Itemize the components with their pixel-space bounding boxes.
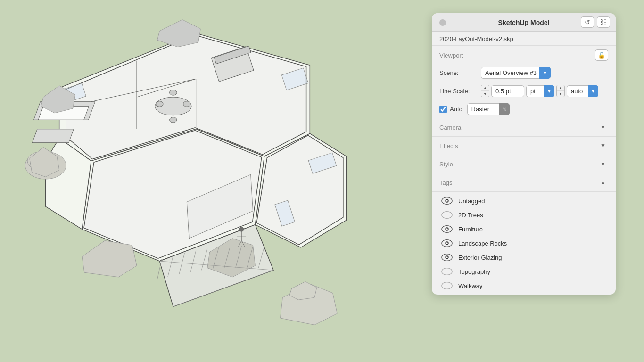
tag-name: Walkway [458, 282, 483, 289]
eye-closed-icon[interactable] [441, 267, 453, 276]
svg-point-75 [442, 282, 452, 289]
tags-chevron-button[interactable]: ▲ [598, 177, 608, 188]
effects-section-label: Effects [439, 142, 458, 149]
line-scale-up2-button[interactable]: ▲ [557, 85, 564, 91]
svg-point-73 [446, 256, 448, 258]
scene-select-wrapper: Aerial Overview #3 ▼ [481, 67, 551, 79]
viewport-row: Viewport 🔓 [432, 46, 616, 64]
tag-name: Topography [458, 268, 490, 275]
auto-select-wrapper: auto 1:1 1:100 ▼ [567, 85, 598, 97]
line-scale-row: Line Scale: ▲ ▼ pt px ▼ ▲ ▼ auto [432, 82, 616, 100]
line-scale-label: Line Scale: [439, 88, 477, 95]
line-scale-down2-button[interactable]: ▼ [557, 91, 564, 97]
svg-rect-21 [32, 129, 74, 143]
line-scale-down-button[interactable]: ▼ [481, 91, 489, 97]
tag-name: Landscape Rocks [458, 240, 507, 247]
svg-point-18 [183, 101, 190, 107]
lock-button[interactable]: 🔓 [595, 49, 608, 61]
refresh-button[interactable]: ↺ [581, 16, 594, 28]
tag-item[interactable]: Walkway [432, 279, 616, 293]
tag-item[interactable]: 2D Trees [432, 208, 616, 222]
tags-list: Untagged 2D Trees Furniture Landscape Ro… [432, 192, 616, 295]
camera-chevron-button[interactable]: ▼ [598, 122, 608, 132]
line-scale-stepper2: ▲ ▼ [556, 85, 565, 97]
auto-checkbox[interactable] [439, 106, 447, 113]
style-chevron-button[interactable]: ▼ [598, 159, 608, 169]
style-section-label: Style [439, 161, 453, 168]
tag-item[interactable]: Topography [432, 264, 616, 279]
eye-closed-icon[interactable] [441, 281, 453, 290]
eye-open-icon[interactable] [441, 197, 453, 205]
render-select-wrapper: Raster Vector Hybrid ⇅ [467, 103, 510, 115]
tag-name: Furniture [458, 226, 483, 233]
svg-point-16 [170, 117, 177, 123]
auto-select[interactable]: auto 1:1 1:100 [567, 85, 598, 97]
auto-checkbox-label: Auto [450, 106, 462, 113]
svg-marker-42 [289, 282, 317, 300]
line-scale-stepper: ▲ ▼ [481, 85, 489, 97]
file-row: 2020-LayOut-Model-v2.skp [432, 32, 616, 46]
tags-section-label: Tags [439, 179, 452, 186]
svg-point-64 [442, 212, 452, 219]
tag-item[interactable]: Furniture [432, 222, 616, 236]
viewport-label: Viewport [439, 52, 463, 59]
tag-item[interactable]: Landscape Rocks [432, 236, 616, 250]
camera-section-header[interactable]: Camera ▼ [432, 118, 616, 137]
svg-point-70 [446, 242, 448, 244]
tag-name: 2D Trees [458, 212, 483, 219]
line-scale-unit-select[interactable]: pt px [526, 85, 554, 97]
eye-closed-icon[interactable] [441, 211, 453, 219]
eye-open-icon[interactable] [441, 239, 453, 247]
eye-open-icon[interactable] [441, 253, 453, 262]
tag-name: Untagged [458, 197, 485, 205]
tag-name: Exterior Glazing [458, 254, 502, 261]
sketchup-model-panel: SketchUp Model ↺ ⛓ 2020-LayOut-Model-v2.… [432, 13, 616, 295]
eye-open-icon[interactable] [441, 225, 453, 233]
svg-point-15 [170, 90, 177, 96]
scene-select[interactable]: Aerial Overview #3 [481, 67, 551, 79]
line-scale-input[interactable] [491, 85, 524, 97]
style-section-header[interactable]: Style ▼ [432, 155, 616, 173]
scene-row: Scene: Aerial Overview #3 ▼ [432, 64, 616, 82]
architectural-drawing [0, 0, 410, 358]
tags-section-header[interactable]: Tags ▲ [432, 173, 616, 192]
svg-point-63 [446, 200, 448, 202]
auto-raster-row: Auto Raster Vector Hybrid ⇅ [432, 100, 616, 118]
line-scale-up-button[interactable]: ▲ [481, 85, 489, 91]
svg-point-67 [446, 228, 448, 230]
line-scale-unit-wrapper: pt px ▼ [526, 85, 554, 97]
svg-marker-43 [157, 20, 201, 47]
panel-header: SketchUp Model ↺ ⛓ [432, 13, 616, 32]
panel-actions: ↺ ⛓ [581, 16, 610, 28]
effects-chevron-button[interactable]: ▼ [598, 140, 608, 151]
file-name: 2020-LayOut-Model-v2.skp [439, 35, 513, 42]
scene-label: Scene: [439, 69, 477, 76]
camera-section-label: Camera [439, 124, 461, 131]
svg-marker-39 [82, 241, 137, 277]
effects-section-header[interactable]: Effects ▼ [432, 137, 616, 155]
svg-point-17 [156, 101, 163, 107]
tag-item[interactable]: Untagged [432, 194, 616, 208]
svg-point-44 [239, 227, 244, 232]
tag-item[interactable]: Exterior Glazing [432, 250, 616, 264]
render-select[interactable]: Raster Vector Hybrid [467, 103, 510, 115]
auto-checkbox-wrapper: Auto [439, 106, 462, 113]
svg-point-74 [442, 268, 452, 275]
link-button[interactable]: ⛓ [597, 16, 610, 28]
